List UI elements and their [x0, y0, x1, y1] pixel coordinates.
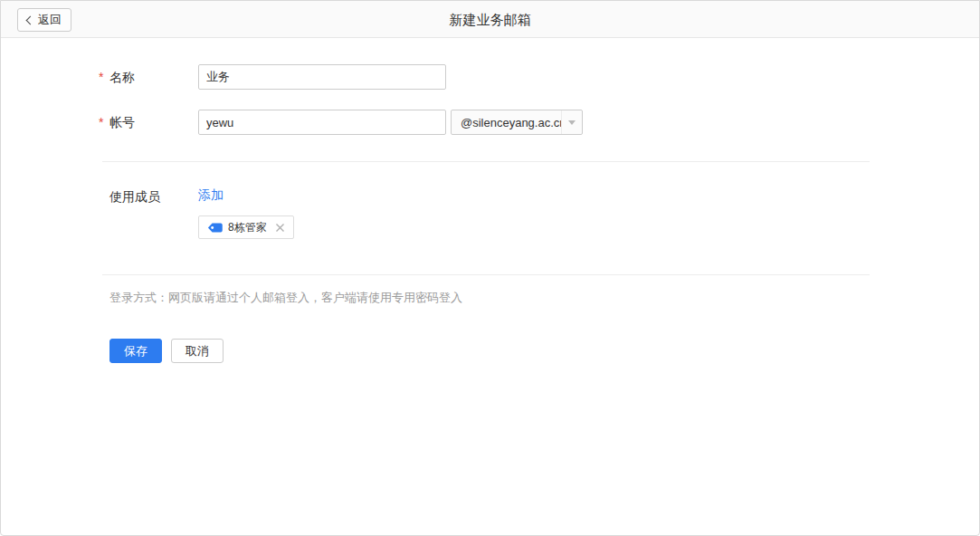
- required-asterisk: *: [99, 115, 106, 129]
- account-field-label-cell: *帐号: [109, 110, 198, 131]
- account-label: 帐号: [109, 115, 135, 129]
- members-field-label-cell: 使用成员: [109, 184, 198, 206]
- domain-select-arrow-zone: [561, 110, 582, 134]
- action-buttons-row: 保存 取消: [109, 339, 979, 363]
- tag-icon: [207, 222, 224, 234]
- chevron-down-icon: [568, 120, 576, 125]
- account-input[interactable]: [198, 110, 446, 135]
- members-field-row: 使用成员 添加 8栋管家: [109, 184, 979, 239]
- page-title: 新建业务邮箱: [1, 1, 979, 38]
- name-field-label-cell: *名称: [109, 64, 198, 86]
- member-tag: 8栋管家: [198, 215, 294, 239]
- account-field-row: *帐号 @silenceyang.ac.cn: [109, 110, 979, 135]
- domain-selected-value: @silenceyang.ac.cn: [461, 116, 561, 129]
- section-divider: [102, 161, 870, 162]
- save-button[interactable]: 保存: [109, 339, 162, 363]
- members-label: 使用成员: [109, 189, 160, 204]
- add-member-link[interactable]: 添加: [198, 184, 224, 204]
- members-field-content: 添加 8栋管家: [198, 184, 294, 239]
- cancel-button[interactable]: 取消: [171, 339, 224, 363]
- form-content: *名称 *帐号 @silenceyang.ac.cn 使用成员: [1, 38, 979, 363]
- new-business-mailbox-page: 返回 新建业务邮箱 *名称 *帐号 @silenceyang.ac.cn: [0, 0, 980, 536]
- login-method-hint: 登录方式：网页版请通过个人邮箱登入，客户端请使用专用密码登入: [109, 290, 979, 306]
- section-divider: [102, 274, 870, 275]
- name-field-row: *名称: [109, 64, 979, 90]
- close-icon[interactable]: [275, 223, 285, 233]
- name-input[interactable]: [198, 64, 446, 90]
- member-tag-label: 8栋管家: [228, 220, 267, 235]
- domain-select[interactable]: @silenceyang.ac.cn: [451, 110, 583, 135]
- header-bar: 返回 新建业务邮箱: [1, 1, 979, 38]
- required-asterisk: *: [99, 70, 106, 84]
- name-label: 名称: [109, 70, 135, 84]
